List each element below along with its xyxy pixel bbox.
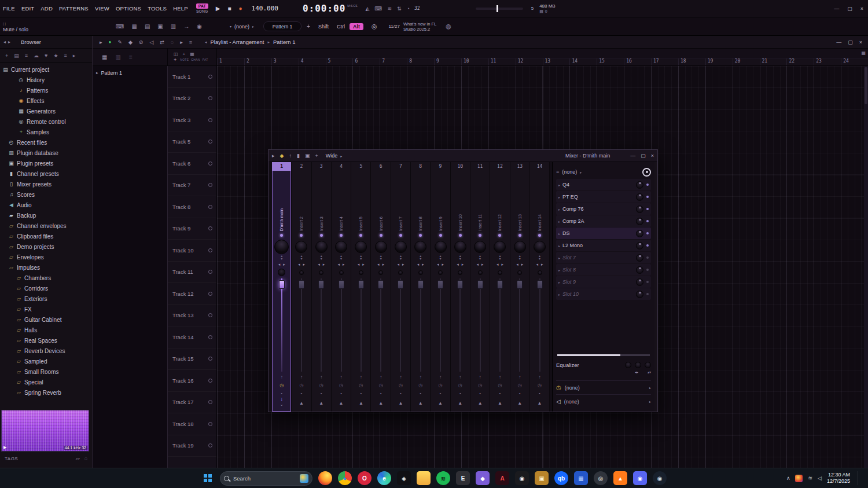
slot-expand-icon[interactable]: ▸: [558, 268, 560, 272]
record-arm-icon[interactable]: ◷: [399, 383, 403, 391]
snap-icon[interactable]: ▥: [171, 23, 176, 30]
browser-item[interactable]: ▱ Channel envelopes: [0, 221, 92, 231]
link-dot-icon[interactable]: •: [459, 391, 461, 397]
channel-name[interactable]: Insert 4: [332, 171, 351, 232]
spotify-icon[interactable]: ≋: [436, 471, 450, 485]
chevron-right-icon[interactable]: ▸: [580, 170, 582, 174]
track-mute-indicator[interactable]: [208, 140, 212, 144]
eq-band-arrows[interactable]: ▴▾: [648, 370, 651, 374]
pan-knob[interactable]: [414, 239, 426, 255]
chevron-right-icon[interactable]: ▸: [649, 399, 651, 403]
upload-icon[interactable]: ↑: [289, 153, 292, 159]
file-icon[interactable]: ▤: [14, 53, 19, 58]
add-icon[interactable]: +: [5, 53, 8, 58]
plugin-delay-slot[interactable]: ≡ (none) ▸: [556, 165, 651, 179]
qb-app-icon[interactable]: qb: [554, 471, 568, 485]
mixer-channel-strip[interactable]: 10 Insert 10 ▴ ▾ ◂ ▸: [451, 162, 470, 412]
playlist-close-button[interactable]: ×: [859, 39, 862, 45]
channel-name[interactable]: Insert 14: [530, 171, 549, 232]
tray-app-icon[interactable]: [795, 475, 803, 482]
browser-item[interactable]: ▱ Halls: [0, 325, 92, 335]
track-header[interactable]: Track 19: [168, 435, 216, 457]
timeline-bar-number[interactable]: 13: [543, 58, 570, 65]
slot-enable-led[interactable]: [646, 269, 649, 271]
timeline-bar-number[interactable]: 22: [786, 58, 814, 65]
channel-number[interactable]: 8: [411, 162, 430, 171]
pattern-name[interactable]: Pattern 1: [101, 70, 123, 76]
track-header[interactable]: Track 13: [168, 305, 216, 327]
volume-fader[interactable]: [332, 277, 351, 375]
browser-item[interactable]: ♫ Scores: [0, 189, 92, 200]
effect-slot[interactable]: ▸ PT EQ: [556, 191, 651, 203]
wave-icon[interactable]: ≋: [388, 6, 392, 12]
track-mute-indicator[interactable]: [208, 205, 212, 209]
firefox-icon[interactable]: [318, 471, 332, 485]
browser-item[interactable]: ◎ Remote control: [0, 116, 92, 127]
picker-pattern-item[interactable]: ▸ Pattern 1: [93, 68, 167, 78]
track-name[interactable]: Track 11: [168, 269, 193, 275]
track-mute-indicator[interactable]: [208, 379, 212, 383]
record-button[interactable]: ●: [239, 5, 242, 12]
slot-mix-knob[interactable]: [636, 266, 643, 274]
slot-expand-icon[interactable]: ▸: [558, 183, 560, 187]
volume-track[interactable]: [557, 354, 650, 356]
slot-enable-led[interactable]: [646, 281, 649, 283]
track-name[interactable]: Track 7: [168, 182, 190, 188]
link-dot-icon[interactable]: •: [539, 391, 540, 397]
send-slot-value[interactable]: (none): [565, 385, 580, 391]
fader-handle[interactable]: [457, 280, 463, 289]
timeline-bar-number[interactable]: 20: [733, 58, 760, 65]
paint-tool-icon[interactable]: ◆: [128, 39, 133, 45]
track-header[interactable]: Track 14: [168, 326, 216, 348]
record-arm-icon[interactable]: ◷: [379, 383, 383, 391]
playlist-minimize-button[interactable]: —: [836, 39, 841, 45]
fader-handle[interactable]: [418, 280, 424, 289]
channel-number[interactable]: 11: [470, 162, 490, 171]
record-arm-icon[interactable]: ◷: [478, 383, 482, 391]
channel-swap-arrows[interactable]: ◂ ▸: [358, 261, 365, 268]
timeline-bar-number[interactable]: 2: [244, 58, 271, 65]
typing-to-piano-icon[interactable]: ⌨: [116, 23, 124, 30]
mixer-channel-strip[interactable]: 1 D'mith main ▴ ▾ ◂ ▸: [272, 162, 292, 412]
mini-knob[interactable]: [458, 268, 462, 277]
chevron-right-icon[interactable]: ▸: [340, 154, 342, 158]
channel-mute-led[interactable]: [518, 232, 521, 239]
track-name[interactable]: Track 13: [168, 312, 194, 318]
channel-name[interactable]: Insert 12: [490, 171, 509, 232]
pan-knob[interactable]: [395, 239, 407, 255]
effect-slot[interactable]: ▸ Comp 2A: [556, 215, 651, 227]
channel-mute-led[interactable]: [498, 232, 501, 239]
cloud-icon[interactable]: ☁: [34, 53, 39, 58]
browser-item[interactable]: ◴ Recent files: [0, 137, 92, 148]
obs-app-icon[interactable]: ◎: [594, 471, 608, 485]
menu-item[interactable]: TOOLS: [148, 5, 167, 12]
channel-mute-led[interactable]: [359, 232, 362, 239]
track-name[interactable]: Track 1: [168, 74, 190, 80]
link-dot-icon[interactable]: •: [301, 391, 303, 397]
slot-expand-icon[interactable]: ▸: [558, 219, 560, 223]
track-name[interactable]: Track 16: [168, 377, 194, 384]
browser-item[interactable]: + Samples: [0, 127, 92, 137]
channel-name[interactable]: Insert 9: [431, 171, 450, 232]
mini-knob[interactable]: [339, 268, 344, 277]
effect-slot[interactable]: ▸ Slot 10: [556, 288, 651, 300]
channel-mute-led[interactable]: [538, 232, 541, 239]
picker-tab-pat[interactable]: PAT: [203, 58, 208, 61]
track-header[interactable]: Track 18: [168, 413, 216, 435]
link-dot-icon[interactable]: •: [380, 391, 382, 397]
slot-mix-knob[interactable]: [636, 193, 643, 201]
slot-enable-led[interactable]: [646, 232, 649, 234]
fader-handle[interactable]: [398, 280, 403, 289]
track-mute-indicator[interactable]: [208, 162, 212, 166]
scrollbar-thumb[interactable]: [865, 67, 867, 104]
mixer-channel-strip[interactable]: 2 Insert 2 ▴ ▾ ◂ ▸: [292, 162, 311, 412]
track-name[interactable]: Track 6: [168, 160, 190, 167]
track-name[interactable]: Track 14: [168, 334, 194, 340]
step-edit-icon[interactable]: ▤: [145, 23, 150, 30]
fader-handle[interactable]: [318, 280, 324, 289]
volume-fader[interactable]: [272, 277, 291, 375]
piano-keyboard-icon[interactable]: ▦: [131, 23, 137, 30]
volume-fader[interactable]: [391, 277, 410, 375]
channel-number[interactable]: 7: [391, 162, 410, 171]
sort-icon[interactable]: ≡: [25, 53, 28, 58]
